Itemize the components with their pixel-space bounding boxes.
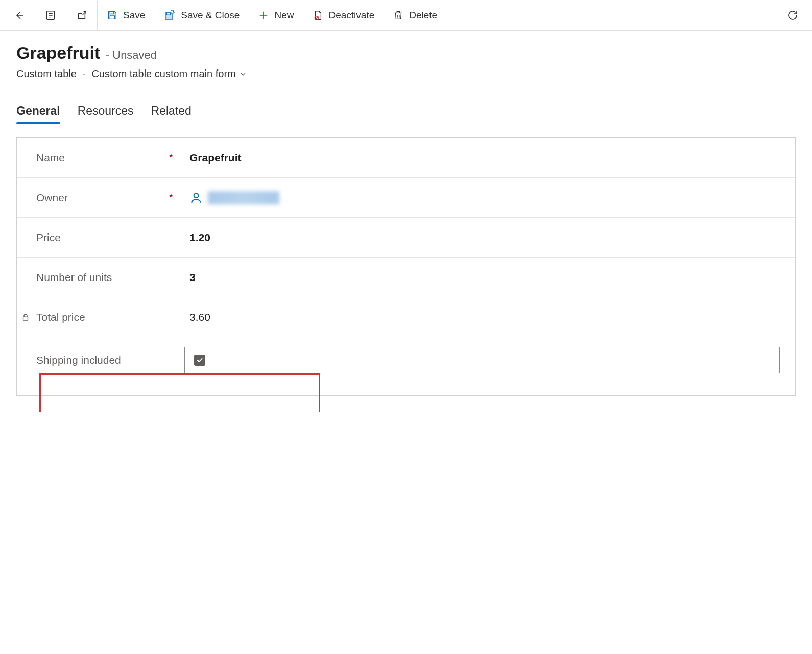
form-name: Custom table custom main form [91, 68, 235, 80]
save-label: Save [123, 10, 145, 21]
svg-rect-2 [110, 15, 114, 18]
chevron-down-icon [239, 70, 247, 78]
save-close-button[interactable]: Save & Close [154, 1, 249, 30]
required-indicator: * [169, 152, 189, 164]
back-arrow-icon [13, 9, 26, 21]
list-icon [45, 10, 56, 21]
field-total-label: Total price [36, 311, 169, 323]
field-price-value[interactable]: 1.20 [189, 231, 780, 244]
svg-rect-3 [167, 13, 171, 15]
field-name-label: Name [36, 152, 169, 164]
tabs: General Resources Related [16, 104, 796, 123]
new-label: New [274, 10, 294, 21]
shipping-checkbox-wrap[interactable] [184, 347, 780, 373]
field-shipping-row[interactable]: Shipping included [17, 337, 795, 383]
svg-point-5 [194, 193, 199, 198]
field-shipping-label: Shipping included [36, 354, 184, 366]
field-total-value: 3.60 [189, 311, 780, 323]
page-content: Grapefruit - Unsaved Custom table · Cust… [0, 31, 812, 412]
record-header: Grapefruit - Unsaved [16, 43, 796, 63]
tab-related[interactable]: Related [151, 104, 192, 123]
delete-button[interactable]: Delete [384, 1, 446, 30]
record-status: - Unsaved [106, 49, 157, 61]
toolbar: Save Save & Close New D [0, 0, 812, 31]
save-close-icon [163, 9, 176, 21]
shipping-checkbox[interactable] [194, 355, 205, 366]
plus-icon [258, 10, 269, 21]
owner-name-redacted [208, 191, 279, 204]
svg-rect-1 [110, 11, 113, 14]
save-button[interactable]: Save [98, 1, 154, 30]
back-button[interactable] [4, 1, 35, 30]
person-icon [189, 191, 203, 204]
field-units-value[interactable]: 3 [189, 271, 780, 284]
tab-general[interactable]: General [16, 104, 60, 123]
separator-dot: · [83, 68, 86, 80]
list-panel-button[interactable] [35, 1, 66, 30]
required-indicator: * [169, 192, 189, 203]
save-close-label: Save & Close [181, 10, 240, 21]
field-price-label: Price [36, 231, 169, 244]
field-units-label: Number of units [36, 271, 169, 284]
popout-icon [76, 10, 87, 21]
field-name-value[interactable]: Grapefruit [189, 152, 780, 164]
delete-label: Delete [409, 10, 437, 21]
field-owner-value[interactable] [189, 191, 780, 204]
deactivate-icon [312, 10, 323, 21]
form-panel: Name * Grapefruit Owner * Price [16, 137, 796, 396]
field-total-row: Total price 3.60 [17, 297, 795, 337]
save-icon [107, 10, 118, 21]
table-name: Custom table [16, 68, 77, 80]
form-selector[interactable]: Custom table custom main form [91, 68, 247, 80]
refresh-icon [786, 9, 799, 21]
field-price-row[interactable]: Price 1.20 [17, 218, 795, 258]
trash-icon [393, 10, 404, 21]
field-units-row[interactable]: Number of units 3 [17, 258, 795, 297]
field-name-row[interactable]: Name * Grapefruit [17, 138, 795, 178]
lock-icon [21, 313, 30, 322]
check-icon [196, 357, 203, 364]
deactivate-button[interactable]: Deactivate [303, 1, 384, 30]
field-owner-row[interactable]: Owner * [17, 178, 795, 218]
record-title: Grapefruit [16, 43, 100, 62]
field-owner-label: Owner [36, 192, 169, 204]
tab-resources[interactable]: Resources [78, 104, 134, 123]
open-new-window-button[interactable] [66, 1, 97, 30]
deactivate-label: Deactivate [328, 10, 374, 21]
refresh-button[interactable] [777, 1, 808, 30]
svg-rect-6 [23, 317, 28, 320]
new-button[interactable]: New [249, 1, 303, 30]
record-subheader: Custom table · Custom table custom main … [16, 68, 796, 80]
